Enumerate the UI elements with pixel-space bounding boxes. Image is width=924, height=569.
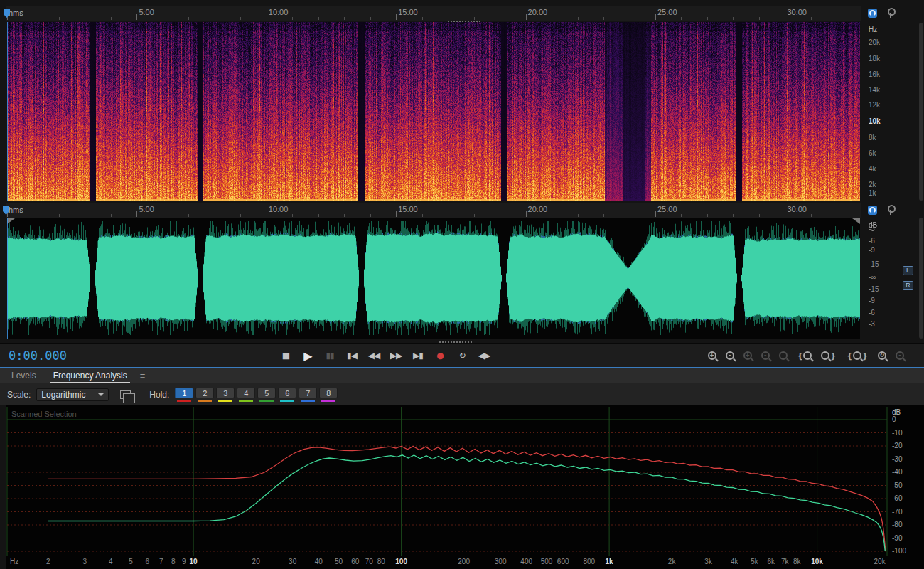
- channel-R-button[interactable]: R: [903, 281, 913, 290]
- playhead-line[interactable]: [7, 218, 8, 339]
- loop-playback-button[interactable]: ↻: [455, 351, 469, 361]
- ruler-time-label: 15:00: [398, 205, 418, 213]
- zoom-in-at-out-point-button[interactable]: }: [821, 351, 837, 361]
- tab-frequency-analysis[interactable]: Frequency Analysis: [45, 369, 136, 383]
- tab-levels[interactable]: Levels: [3, 369, 45, 383]
- magnifier-icon: -: [896, 351, 904, 360]
- key-icon[interactable]: [887, 205, 893, 215]
- vertical-scrollbar[interactable]: [919, 218, 923, 339]
- hold-8-button[interactable]: 8: [319, 388, 338, 402]
- zoom-out-time-button[interactable]: -: [726, 351, 734, 360]
- frequency-tick-label: 80: [377, 558, 385, 565]
- frequency-tick-label: 7: [159, 558, 163, 565]
- zoom-out-amplitude-button[interactable]: -: [761, 351, 770, 360]
- frequency-tick-label: 30: [289, 558, 296, 565]
- hold-4-button[interactable]: 4: [237, 388, 255, 402]
- zoom-in-time-button[interactable]: +: [708, 351, 716, 360]
- channel-L-button[interactable]: L: [903, 266, 913, 275]
- zoom-to-selection-full-button[interactable]: {}: [846, 351, 869, 361]
- magnifier-icon: [803, 351, 812, 360]
- frequency-tick-label: 4k: [731, 558, 738, 565]
- frequency-tick-label: 200: [458, 558, 470, 565]
- frequency-tick-label: 4k: [869, 164, 876, 172]
- frequency-scale[interactable]: Hz 20k18k16k14k12k10k8k6k4k2k1k: [861, 22, 915, 201]
- frequency-analysis-graph[interactable]: Scanned Selection dB0-10-20-30-40-50-60-…: [6, 405, 924, 569]
- ruler-time-label: 25:00: [657, 205, 677, 213]
- stop-button[interactable]: ■: [279, 351, 293, 361]
- vertical-scrollbar[interactable]: [919, 23, 923, 201]
- frequency-tick-label: 2: [46, 558, 50, 565]
- current-green-curve: [48, 455, 886, 551]
- monitor-icon[interactable]: [868, 9, 877, 18]
- ruler-time-label: 20:00: [528, 8, 548, 16]
- frequency-tick-label: 8: [171, 558, 176, 565]
- frequency-tick-label: 10k: [869, 117, 881, 124]
- fast-forward-button[interactable]: ▶▶: [389, 351, 403, 361]
- hold-buttons: 12345678: [175, 388, 338, 402]
- hold-3-button[interactable]: 3: [216, 388, 235, 402]
- frequency-scale-unit: Hz: [869, 26, 877, 33]
- record-button[interactable]: ●: [433, 351, 447, 361]
- amplitude-scale[interactable]: dB -3-6-9-15-∞-15-9-6-3LR: [861, 218, 915, 340]
- waveform-display[interactable]: [7, 218, 860, 339]
- frequency-tick-label: 300: [495, 558, 507, 565]
- pause-button[interactable]: ▮▮: [323, 351, 337, 361]
- magnifier-icon: [779, 351, 788, 360]
- skip-to-previous-button[interactable]: ▮◀: [345, 351, 359, 361]
- zoom-to-selection-button[interactable]: [779, 351, 788, 360]
- amplitude-tick-label: -15: [869, 260, 879, 268]
- monitor-icon[interactable]: [868, 206, 877, 215]
- play-button[interactable]: ▶: [301, 349, 315, 363]
- zoom-reset-button[interactable]: ↻: [878, 351, 886, 360]
- chevron-down-icon: [98, 393, 104, 396]
- ruler-time-label: 20:00: [528, 205, 548, 213]
- amplitude-tick-label: -∞: [869, 273, 876, 281]
- hold-label: Hold:: [149, 390, 169, 400]
- spectrogram-display[interactable]: [7, 22, 860, 201]
- scale-dropdown-value: Logarithmic: [41, 390, 85, 400]
- db-tick-label: -70: [892, 508, 902, 516]
- hold-button-label: 4: [237, 388, 255, 398]
- amplitude-tick-label: -6: [869, 236, 875, 244]
- spectral-timeline-ruler[interactable]: hms 5:0010:0015:0020:0025:0030:00: [6, 6, 861, 21]
- frequency-tick-label: 20: [252, 558, 260, 565]
- db-tick-label: -10: [892, 429, 902, 437]
- skip-selection-button[interactable]: ◀▶: [477, 351, 491, 361]
- hold-7-button[interactable]: 7: [299, 388, 317, 402]
- zoom-in-at-in-point-button[interactable]: {: [797, 351, 812, 361]
- playhead-line[interactable]: [7, 22, 8, 201]
- hold-button-label: 7: [299, 388, 317, 398]
- hold-1-button[interactable]: 1: [175, 388, 193, 402]
- frequency-tick-label: 3k: [704, 558, 712, 565]
- frequency-tick-label: 100: [395, 558, 407, 565]
- frequency-curves: [6, 405, 924, 569]
- hold-button-label: 5: [257, 388, 276, 398]
- amplitude-tick-label: -3: [869, 319, 875, 327]
- hold-2-button[interactable]: 2: [195, 388, 214, 402]
- ruler-major-ticks: [7, 211, 861, 217]
- zoom-out-full-button[interactable]: -: [896, 351, 904, 360]
- frequency-tick-label: 50: [335, 558, 343, 565]
- db-tick-label: -40: [892, 468, 902, 476]
- rewind-button[interactable]: ◀◀: [367, 351, 381, 361]
- hold-6-button[interactable]: 6: [278, 388, 296, 402]
- skip-to-next-button[interactable]: ▶▮: [411, 351, 425, 361]
- frequency-tick-label: 18k: [869, 55, 880, 63]
- transport-bar: 0:00.000 ■▶▮▮▮◀◀◀▶▶▶▮●↻◀▶ +-+-{}{}↻-: [0, 343, 924, 367]
- panel-menu-icon[interactable]: ≡: [140, 371, 146, 381]
- waveform-timeline-ruler[interactable]: hms 5:0010:0015:0020:0025:0030:00: [6, 203, 861, 218]
- frequency-tick-label: 8k: [793, 558, 801, 565]
- frequency-tick-label: 9: [182, 558, 186, 565]
- frequency-tick-label: 1k: [869, 188, 876, 196]
- copy-graph-icon[interactable]: [120, 390, 131, 399]
- magnifier-icon: +: [743, 351, 752, 360]
- time-display[interactable]: 0:00.000: [9, 349, 67, 363]
- frequency-tick-label: 1k: [606, 558, 613, 565]
- zoom-in-amplitude-button[interactable]: +: [743, 351, 752, 360]
- key-icon[interactable]: [887, 8, 893, 18]
- scale-dropdown[interactable]: Logarithmic: [36, 388, 109, 401]
- magnifier-icon: +: [708, 351, 716, 360]
- hold-5-button[interactable]: 5: [257, 388, 276, 402]
- frequency-tick-label: 6k: [767, 558, 775, 565]
- frequency-tick-label: 6k: [869, 149, 876, 156]
